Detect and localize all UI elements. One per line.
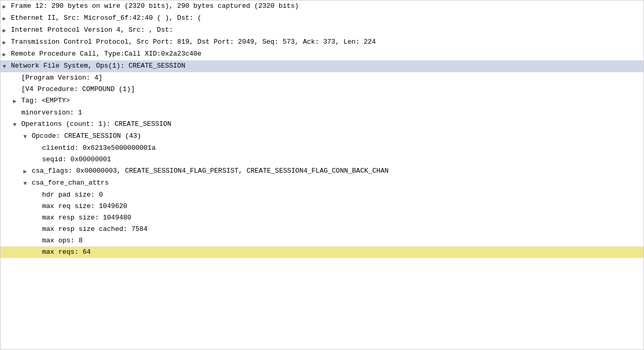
tree-row-text: max reqs: 64: [42, 247, 91, 257]
tree-row[interactable]: Tag: <EMPTY>: [1, 95, 643, 107]
tree-row[interactable]: max req size: 1049620: [1, 201, 643, 212]
tree-expander[interactable]: [3, 49, 11, 60]
tree-expander[interactable]: [3, 25, 11, 36]
tree-row[interactable]: Remote Procedure Call, Type:Call XID:0x2…: [1, 48, 643, 60]
tree-expander[interactable]: [3, 61, 11, 72]
tree-row[interactable]: seqid: 0x00000001: [1, 154, 643, 165]
tree-row[interactable]: csa_fore_chan_attrs: [1, 177, 643, 189]
tree-row-text: Ethernet II, Src: Microsof_6f:42:40 ( ),…: [11, 13, 202, 23]
tree-row[interactable]: csa_flags: 0x00000003, CREATE_SESSION4_F…: [1, 165, 643, 177]
tree-row-text: minorversion: 1: [21, 108, 82, 118]
tree-row[interactable]: max resp size: 1049480: [1, 212, 643, 224]
tree-row-text: Tag: <EMPTY>: [21, 96, 70, 106]
tree-expander[interactable]: [3, 13, 11, 24]
tree-expander[interactable]: [23, 178, 32, 189]
tree-row[interactable]: hdr pad size: 0: [1, 189, 643, 201]
tree-expander[interactable]: [3, 1, 11, 12]
tree-row[interactable]: max resp size cached: 7584: [1, 224, 643, 235]
tree-row[interactable]: max reqs: 64: [1, 247, 643, 258]
tree-row-text: max req size: 1049620: [42, 201, 127, 212]
tree-row-text: csa_fore_chan_attrs: [32, 178, 109, 188]
tree-row-text: Frame 12: 290 bytes on wire (2320 bits),…: [11, 1, 299, 11]
tree-row-text: Opcode: CREATE_SESSION (43): [32, 131, 141, 141]
tree-row-text: Remote Procedure Call, Type:Call XID:0x2…: [11, 49, 202, 59]
tree-row[interactable]: Transmission Control Protocol, Src Port:…: [1, 36, 643, 48]
packet-detail-panel[interactable]: Frame 12: 290 bytes on wire (2320 bits),…: [0, 0, 644, 350]
tree-row-text: Internet Protocol Version 4, Src: , Dst:: [11, 25, 173, 35]
tree-row-text: max resp size: 1049480: [42, 213, 132, 223]
tree-row-text: seqid: 0x00000001: [42, 154, 111, 165]
tree-row-text: max ops: 8: [42, 236, 83, 246]
tree-row-text: csa_flags: 0x00000003, CREATE_SESSION4_F…: [32, 166, 389, 176]
tree-expander[interactable]: [13, 119, 21, 130]
tree-row[interactable]: clientid: 0x6213e5000000001a: [1, 142, 643, 154]
tree-row[interactable]: max ops: 8: [1, 235, 643, 247]
tree-row[interactable]: [Program Version: 4]: [1, 72, 643, 84]
tree-row[interactable]: Ethernet II, Src: Microsof_6f:42:40 ( ),…: [1, 12, 643, 24]
tree-row-text: max resp size cached: 7584: [42, 224, 148, 235]
tree-row-text: Transmission Control Protocol, Src Port:…: [11, 37, 376, 47]
tree-expander[interactable]: [13, 96, 21, 107]
tree-expander[interactable]: [3, 37, 11, 48]
tree-row-text: [Program Version: 4]: [21, 73, 102, 83]
tree-row-text: Operations (count: 1): CREATE_SESSION: [21, 119, 172, 129]
tree-row[interactable]: minorversion: 1: [1, 107, 643, 119]
tree-row-text: [V4 Procedure: COMPOUND (1)]: [21, 84, 135, 95]
tree-row[interactable]: Frame 12: 290 bytes on wire (2320 bits),…: [1, 1, 643, 12]
tree-row[interactable]: Network File System, Ops(1): CREATE_SESS…: [1, 60, 643, 72]
tree-row-text: Network File System, Ops(1): CREATE_SESS…: [11, 61, 185, 71]
tree-row[interactable]: Internet Protocol Version 4, Src: , Dst:: [1, 24, 643, 36]
tree-row-text: clientid: 0x6213e5000000001a: [42, 143, 155, 153]
tree-row[interactable]: Operations (count: 1): CREATE_SESSION: [1, 119, 643, 131]
tree-expander[interactable]: [23, 166, 32, 177]
tree-row-text: hdr pad size: 0: [42, 190, 103, 200]
tree-row[interactable]: Opcode: CREATE_SESSION (43): [1, 131, 643, 142]
tree-expander[interactable]: [23, 131, 32, 142]
tree-row[interactable]: [V4 Procedure: COMPOUND (1)]: [1, 84, 643, 95]
